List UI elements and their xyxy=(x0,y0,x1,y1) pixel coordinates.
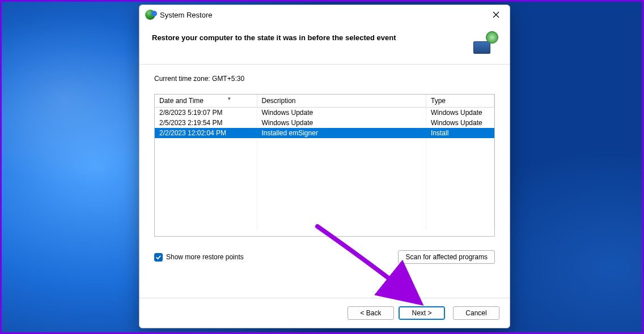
restore-header-icon xyxy=(472,32,497,54)
column-header-description[interactable]: Description xyxy=(257,95,426,108)
column-header-date[interactable]: Date and Time ▾ xyxy=(155,95,257,108)
table-row-empty xyxy=(155,138,494,148)
content-header: Restore your computer to the state it wa… xyxy=(139,24,510,65)
table-row-selected[interactable]: 2/2/2023 12:02:04 PM Installed emSigner … xyxy=(155,128,494,138)
table-row-empty xyxy=(155,148,494,159)
under-table-row: Show more restore points Scan for affect… xyxy=(154,250,495,264)
table-row-empty xyxy=(155,159,494,169)
column-header-type[interactable]: Type xyxy=(426,95,494,108)
close-icon xyxy=(493,11,499,18)
system-restore-window: System Restore Restore your computer to … xyxy=(139,5,510,328)
table-row[interactable]: 2/5/2023 2:19:54 PM Windows Update Windo… xyxy=(155,118,494,128)
next-button[interactable]: Next > xyxy=(399,306,445,320)
scan-affected-programs-button[interactable]: Scan for affected programs xyxy=(398,250,495,264)
table-row-empty xyxy=(155,169,494,179)
table-row-empty xyxy=(155,209,494,220)
window-title: System Restore xyxy=(160,11,212,19)
sort-indicator-icon: ▾ xyxy=(228,96,231,101)
system-restore-icon xyxy=(145,10,155,20)
show-more-checkbox[interactable]: Show more restore points xyxy=(154,253,244,262)
page-title: Restore your computer to the state it wa… xyxy=(152,32,465,42)
checkbox-icon xyxy=(154,253,163,262)
wizard-footer: < Back Next > Cancel xyxy=(139,298,510,328)
table-row-empty xyxy=(155,220,494,230)
body-area: Current time zone: GMT+5:30 Date and Tim… xyxy=(139,65,510,298)
close-button[interactable] xyxy=(485,6,507,23)
table-row-empty xyxy=(155,179,494,189)
table-row-empty xyxy=(155,189,494,199)
table-row-empty xyxy=(155,199,494,209)
restore-points-table[interactable]: Date and Time ▾ Description Type 2/8/202… xyxy=(154,94,495,237)
back-button[interactable]: < Back xyxy=(348,306,394,320)
table-row[interactable]: 2/8/2023 5:19:07 PM Windows Update Windo… xyxy=(155,108,494,118)
cancel-button[interactable]: Cancel xyxy=(453,306,499,320)
titlebar[interactable]: System Restore xyxy=(139,5,510,24)
timezone-label: Current time zone: GMT+5:30 xyxy=(154,75,495,83)
show-more-label: Show more restore points xyxy=(166,253,244,261)
